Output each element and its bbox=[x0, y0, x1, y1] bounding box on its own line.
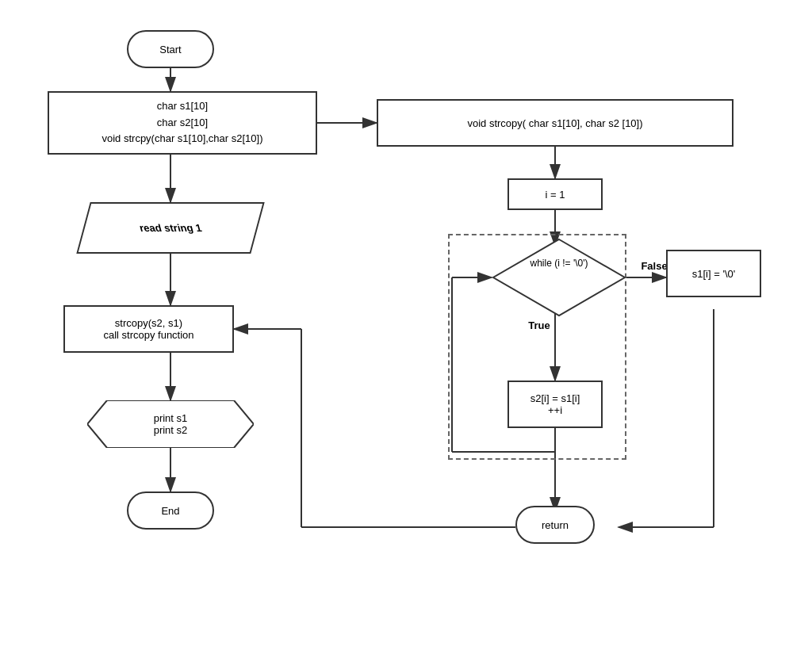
s2-assign-shape: s2[i] = s1[i] ++i bbox=[508, 381, 603, 428]
declare-shape: char s1[10] char s2[10] void strcpy(char… bbox=[48, 91, 317, 155]
end-label: End bbox=[161, 505, 179, 517]
print-shape: print s1 print s2 bbox=[87, 400, 254, 448]
func-decl-shape: void strcopy( char s1[10], char s2 [10]) bbox=[377, 99, 733, 147]
read-shape: read string 1 bbox=[83, 202, 258, 254]
read-label: read string 1 bbox=[138, 222, 203, 234]
true-label: True bbox=[519, 317, 559, 333]
func-decl-label: void strcopy( char s1[10], char s2 [10]) bbox=[467, 117, 642, 129]
start-label: Start bbox=[159, 44, 181, 55]
end-shape: End bbox=[127, 491, 214, 530]
s1-assign-label: s1[i] = '\0' bbox=[692, 268, 735, 280]
print-label: print s1 print s2 bbox=[154, 412, 188, 436]
init-i-shape: i = 1 bbox=[508, 178, 603, 210]
s1-assign-shape: s1[i] = '\0' bbox=[666, 250, 761, 297]
s2-assign-label: s2[i] = s1[i] ++i bbox=[530, 392, 580, 416]
start-shape: Start bbox=[127, 30, 214, 68]
while-diamond-container: while (i != '\0') bbox=[492, 238, 626, 319]
flowchart-diagram: Start char s1[10] char s2[10] void strcp… bbox=[0, 0, 812, 654]
while-diamond-svg: while (i != '\0') bbox=[492, 238, 626, 317]
init-i-label: i = 1 bbox=[546, 189, 565, 201]
call-label: strcopy(s2, s1) call strcopy function bbox=[103, 317, 193, 341]
declare-label: char s1[10] char s2[10] void strcpy(char… bbox=[102, 98, 262, 147]
return-shape: return bbox=[515, 506, 595, 544]
return-label: return bbox=[542, 519, 569, 531]
call-shape: strcopy(s2, s1) call strcopy function bbox=[63, 305, 234, 353]
